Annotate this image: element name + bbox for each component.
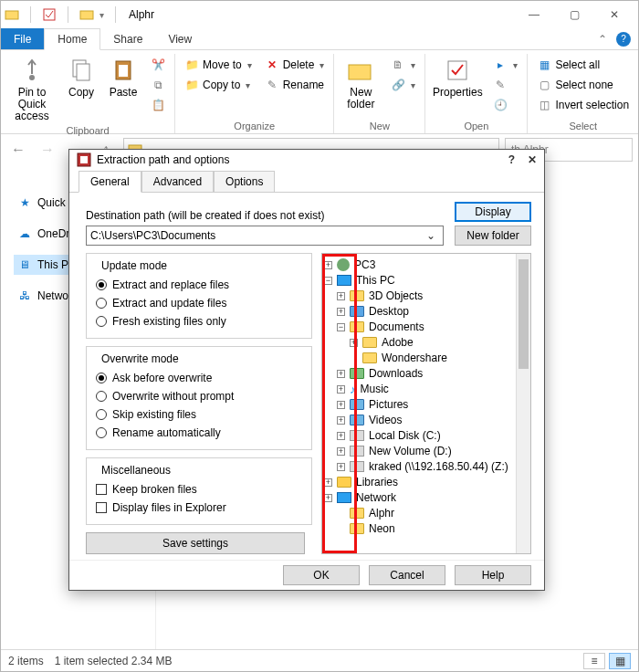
tree-item[interactable]: PC3 <box>354 258 375 271</box>
overwrite-mode-group: Overwrite mode Ask before overwrite Over… <box>86 346 312 450</box>
radio-icon <box>96 316 107 327</box>
new-folder-button[interactable]: New folder <box>455 226 531 246</box>
dialog-title: Extraction path and options <box>97 153 229 166</box>
checkbox-icon <box>96 502 107 513</box>
tree-item[interactable]: Adobe <box>382 336 414 349</box>
save-settings-button[interactable]: Save settings <box>86 532 305 554</box>
pictures-icon <box>350 399 364 410</box>
overwrite-mode-opt1[interactable]: Ask before overwrite <box>96 369 302 387</box>
dialog-help-button[interactable]: ? <box>508 153 515 166</box>
disk-icon <box>350 446 364 457</box>
update-mode-opt2[interactable]: Extract and update files <box>96 294 302 312</box>
tree-item[interactable]: Music <box>361 383 389 395</box>
tree-item[interactable]: Pictures <box>369 398 408 411</box>
tree-item[interactable]: Neon <box>369 522 395 535</box>
update-mode-opt3[interactable]: Fresh existing files only <box>96 312 302 331</box>
radio-icon <box>96 391 107 402</box>
folder-icon <box>350 523 364 534</box>
tree-item[interactable]: Alphr <box>369 507 394 520</box>
overwrite-mode-opt3[interactable]: Skip existing files <box>96 405 302 424</box>
tree-item[interactable]: Documents <box>369 320 424 333</box>
tree-item[interactable]: This PC <box>356 274 395 287</box>
tree-item[interactable]: New Volume (D:) <box>369 445 452 457</box>
radio-icon <box>96 427 107 438</box>
tree-item[interactable]: Libraries <box>356 476 398 488</box>
dialog-close-button[interactable]: ✕ <box>528 153 537 166</box>
dialog-overlay: Extraction path and options ? ✕ General … <box>0 0 639 672</box>
tree-item[interactable]: 3D Objects <box>369 289 423 302</box>
tree-item[interactable]: Local Disk (C:) <box>369 429 441 442</box>
pc-icon <box>337 275 351 286</box>
dialog-footer: OK Cancel Help <box>69 560 544 590</box>
music-icon: ♪ <box>350 383 356 396</box>
destination-path-input[interactable]: C:\Users\PC3\Documents ⌄ <box>86 226 444 246</box>
cancel-button[interactable]: Cancel <box>369 565 445 585</box>
tree-item[interactable]: Wondershare <box>382 352 447 364</box>
folder-icon <box>362 352 377 363</box>
desktop-icon <box>350 306 364 317</box>
winrar-icon <box>77 152 91 167</box>
user-icon <box>337 258 350 271</box>
folder-icon <box>350 321 364 332</box>
tab-general[interactable]: General <box>79 171 141 193</box>
dialog-body: Destination path (will be created if doe… <box>69 193 544 560</box>
options-column: Update mode Extract and replace files Ex… <box>86 246 312 554</box>
folder-icon <box>362 337 377 348</box>
update-mode-opt1[interactable]: Extract and replace files <box>96 276 302 294</box>
folder-icon <box>350 508 364 519</box>
videos-icon <box>350 415 364 425</box>
chevron-down-icon[interactable]: ⌄ <box>423 229 439 242</box>
group-title: Miscellaneous <box>98 464 174 477</box>
downloads-icon <box>350 368 364 379</box>
scrollbar-thumb[interactable] <box>519 259 529 369</box>
destination-path-value: C:\Users\PC3\Documents <box>90 229 215 242</box>
folder-tree: +PC3 −This PC +3D Objects +Desktop −Docu… <box>321 253 531 554</box>
svg-rect-12 <box>80 156 88 163</box>
destination-path-label: Destination path (will be created if doe… <box>86 209 324 222</box>
help-button[interactable]: Help <box>455 565 531 585</box>
tree-item[interactable]: Videos <box>369 414 402 426</box>
group-title: Overwrite mode <box>98 352 183 365</box>
dialog-tabs: General Advanced Options <box>69 171 544 193</box>
tree-item[interactable]: Desktop <box>369 305 409 318</box>
tree-list[interactable]: +PC3 −This PC +3D Objects +Desktop −Docu… <box>322 254 516 553</box>
extraction-dialog: Extraction path and options ? ✕ General … <box>68 149 545 591</box>
keep-broken-files-checkbox[interactable]: Keep broken files <box>96 480 302 499</box>
group-title: Update mode <box>98 259 171 272</box>
display-button[interactable]: Display <box>455 202 531 222</box>
overwrite-mode-opt2[interactable]: Overwrite without prompt <box>96 387 302 405</box>
tab-options[interactable]: Options <box>214 171 275 192</box>
radio-icon <box>96 409 107 420</box>
overwrite-mode-opt4[interactable]: Rename automatically <box>96 424 302 442</box>
ok-button[interactable]: OK <box>283 565 360 585</box>
miscellaneous-group: Miscellaneous Keep broken files Display … <box>86 457 312 525</box>
disk-icon <box>350 430 364 441</box>
libraries-icon <box>337 477 351 488</box>
tree-item[interactable]: Network <box>356 491 396 504</box>
tree-item[interactable]: kraked (\\192.168.50.44) (Z:) <box>369 460 508 473</box>
tree-item[interactable]: Downloads <box>369 367 423 380</box>
radio-icon <box>96 373 107 383</box>
folder-icon <box>350 290 364 301</box>
folder-tree-column: +PC3 −This PC +3D Objects +Desktop −Docu… <box>321 246 531 554</box>
checkbox-icon <box>96 484 107 495</box>
network-icon <box>337 492 351 503</box>
update-mode-group: Update mode Extract and replace files Ex… <box>86 253 312 339</box>
network-disk-icon <box>350 461 364 472</box>
display-files-in-explorer-checkbox[interactable]: Display files in Explorer <box>96 499 302 517</box>
tab-advanced[interactable]: Advanced <box>141 171 214 192</box>
scrollbar[interactable] <box>516 254 530 553</box>
dialog-titlebar: Extraction path and options ? ✕ <box>69 150 544 171</box>
radio-icon <box>96 279 107 290</box>
radio-icon <box>96 298 107 309</box>
